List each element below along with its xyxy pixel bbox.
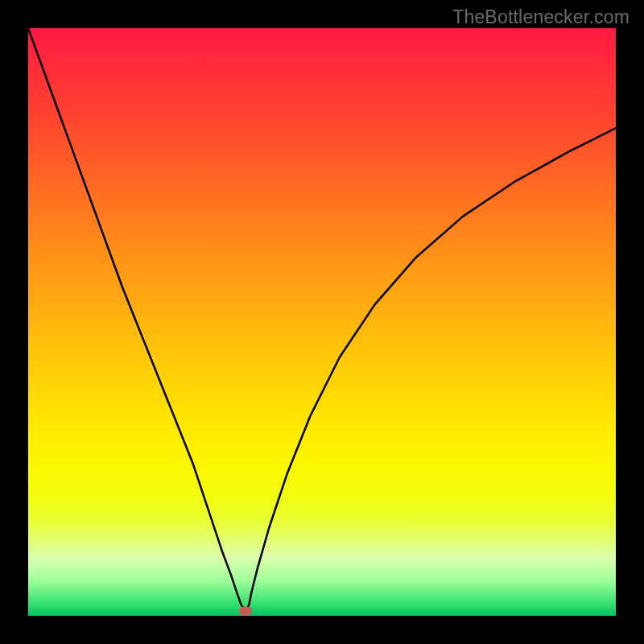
plot-area — [28, 28, 616, 616]
watermark-text: TheBottlenecker.com — [452, 6, 630, 28]
chart-frame: TheBottlenecker.com — [0, 0, 644, 644]
bottleneck-curve — [28, 28, 616, 616]
optimal-point-marker — [239, 607, 252, 616]
